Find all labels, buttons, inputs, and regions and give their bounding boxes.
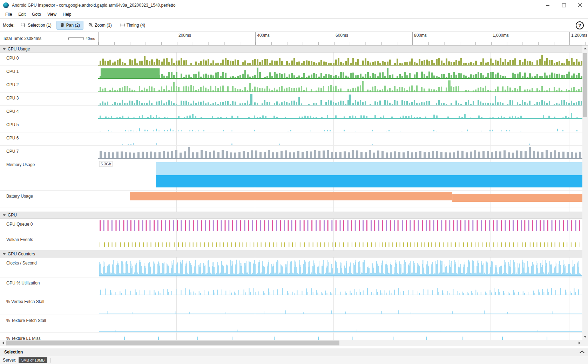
scroll-down-arrow-icon[interactable] [582,334,588,340]
ruler-timeline[interactable]: 200ms400ms600ms800ms1,000ms1,200ms [98,32,588,45]
chevron-up-icon[interactable] [580,350,584,355]
tool-label: Selection (1) [28,23,51,28]
track-chart[interactable] [98,146,582,159]
chart-canvas-cpu-7[interactable] [98,146,582,159]
menu-goto[interactable]: Goto [29,12,44,17]
tool-label: Pan (2) [66,23,80,28]
track-chart[interactable] [98,296,582,315]
track-chart[interactable] [98,106,582,119]
scroll-left-arrow-icon[interactable] [0,340,6,346]
maximize-icon [562,4,566,7]
track-chart[interactable] [98,132,582,145]
scrollbar-corner [582,340,588,346]
chart-canvas-clocks-second[interactable] [98,257,582,277]
minimize-button[interactable] [540,0,556,11]
timing-mode-button[interactable]: Timing (4) [117,21,149,30]
track-label: GPU % Utilization [0,277,98,296]
track-row-cpu-7: CPU 7 [0,146,582,159]
chart-canvas-texture-fetch-stall[interactable] [98,315,582,332]
scroll-right-arrow-icon[interactable] [576,340,582,346]
track-chart[interactable] [98,92,582,105]
track-row-vulkan-events: Vulkan Events [0,234,582,249]
chart-canvas-cpu-1[interactable] [98,66,582,79]
track-label: Memory Usage [0,159,98,190]
minimize-icon [546,5,549,6]
track-label: % Vertex Fetch Stall [0,296,98,315]
zoom-mode-button[interactable]: Zoom (3) [85,21,115,30]
window-title: Android GPU Inspector - com.google.andro… [12,3,175,8]
track-label: CPU 1 [0,66,98,79]
section-label: GPU [8,213,17,218]
track-chart[interactable] [98,219,582,234]
track-label: Vulkan Events [0,234,98,249]
track-label: CPU 7 [0,146,98,159]
toolbar: Mode: Selection (1) Pan (2) Zoom (3) Tim… [0,19,588,32]
chart-canvas-texture-l1-miss[interactable] [98,333,582,340]
track-row-cpu-2: CPU 2 [0,79,582,92]
vertical-scrollbar[interactable] [582,46,588,340]
chart-canvas-battery-usage[interactable] [98,191,582,207]
track-label: CPU 0 [0,53,98,66]
ruler-tick-label: 200ms [178,33,191,38]
chart-canvas-cpu-2[interactable] [98,79,582,92]
collapse-triangle-icon[interactable] [3,214,6,216]
track-chart[interactable]: 5.3Gb [98,159,582,190]
track-label: CPU 2 [0,79,98,92]
horizontal-scrollbar-thumb[interactable] [6,341,339,345]
track-label: % Texture L1 Miss [0,333,98,340]
track-chart[interactable] [98,119,582,132]
track-row-clocks-second: Clocks / Second [0,257,582,277]
chart-canvas-gpu-utilization[interactable] [98,277,582,296]
menu-bar: File Edit Goto View Help [0,11,588,19]
selection-icon [21,23,26,27]
close-button[interactable] [572,0,588,11]
track-chart[interactable] [98,191,582,207]
memory-max-label: 5.3Gb [99,161,113,167]
spacer-label [0,207,98,212]
help-button[interactable]: ? [576,21,584,29]
track-chart[interactable] [98,79,582,92]
track-row-cpu-6: CPU 6 [0,132,582,146]
selection-mode-button[interactable]: Selection (1) [18,21,55,30]
track-chart[interactable] [98,234,582,249]
scroll-up-arrow-icon[interactable] [582,46,588,51]
collapse-triangle-icon[interactable] [3,253,6,255]
track-chart[interactable] [98,53,582,66]
track-chart[interactable] [98,277,582,296]
maximize-button[interactable] [556,0,572,11]
chart-canvas-vertex-fetch-stall[interactable] [98,296,582,315]
chart-canvas-vulkan-events[interactable] [98,234,582,249]
chart-canvas-cpu-6[interactable] [98,132,582,145]
status-bar: Server: 5MB of 18MB [0,356,588,364]
section-header-cpu-usage[interactable]: CPU Usage [0,46,582,53]
chart-canvas-memory-usage[interactable] [98,159,582,190]
track-label: GPU Queue 0 [0,219,98,234]
chart-canvas-gpu-queue-0[interactable] [98,219,582,234]
vertical-scrollbar-thumb[interactable] [583,53,587,117]
menu-help[interactable]: Help [60,12,75,17]
collapse-triangle-icon[interactable] [3,48,6,50]
menu-file[interactable]: File [2,12,15,17]
chart-canvas-cpu-0[interactable] [98,53,582,66]
section-label: CPU Usage [8,47,30,51]
ruler-gridline [491,32,491,45]
ruler-tick-label: 1,000ms [493,33,509,38]
track-chart[interactable] [98,315,582,332]
server-memory-badge: 5MB of 18MB [19,357,48,363]
track-chart[interactable] [98,333,582,340]
section-header-gpu[interactable]: GPU [0,212,582,219]
selection-panel-header[interactable]: Selection [0,348,588,356]
track-chart[interactable] [98,66,582,79]
chart-canvas-cpu-4[interactable] [98,106,582,119]
track-label: CPU 4 [0,106,98,119]
track-label: Battery Usage [0,191,98,207]
track-chart[interactable] [98,257,582,277]
horizontal-scrollbar[interactable] [0,340,582,346]
chart-canvas-cpu-3[interactable] [98,92,582,105]
ruler-tick-label: 400ms [257,33,270,38]
menu-view[interactable]: View [44,12,60,17]
ruler-gridline [412,32,413,45]
menu-edit[interactable]: Edit [15,12,29,17]
chart-canvas-cpu-5[interactable] [98,119,582,132]
pan-mode-button[interactable]: Pan (2) [56,21,83,30]
